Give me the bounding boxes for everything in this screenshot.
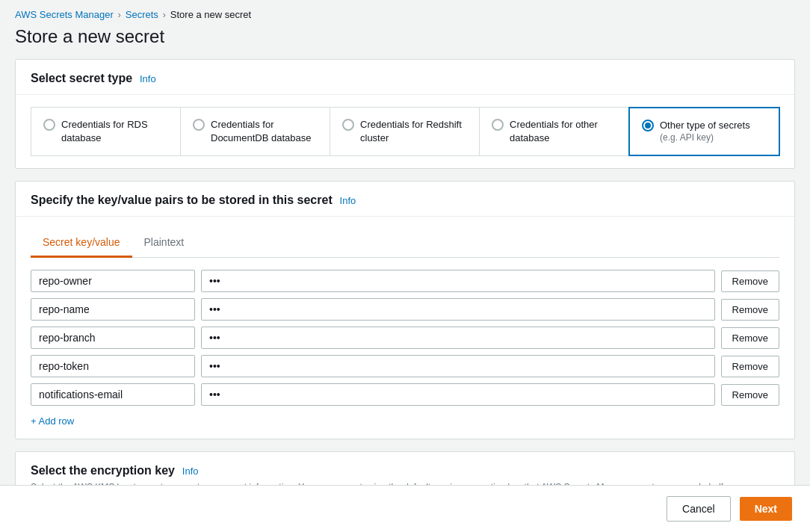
secret-type-section: Select secret type Info Credentials for … — [15, 59, 795, 169]
option-redshift[interactable]: Credentials for Redshift cluster — [330, 107, 480, 156]
option-rds[interactable]: Credentials for RDS database — [31, 107, 181, 156]
kv-value-3[interactable] — [201, 327, 715, 349]
radio-other-type — [642, 120, 654, 132]
table-row: Remove — [31, 270, 779, 292]
option-other-type-text: Other type of secrets (e.g. API key) — [660, 119, 750, 143]
breadcrumb-separator-2: › — [163, 10, 166, 20]
secret-type-info-link[interactable]: Info — [140, 73, 156, 84]
table-row: Remove — [31, 327, 779, 349]
radio-rds — [43, 119, 55, 131]
kv-info-link[interactable]: Info — [340, 195, 356, 206]
kv-value-4[interactable] — [201, 355, 715, 377]
option-rds-label: Credentials for RDS database — [61, 118, 168, 145]
kv-key-5[interactable] — [31, 383, 195, 406]
kv-value-2[interactable] — [201, 298, 715, 321]
kv-content: Secret key/value Plaintext Remove Remove — [16, 217, 794, 439]
next-button[interactable]: Next — [740, 497, 792, 521]
kv-key-2[interactable] — [31, 298, 195, 321]
encryption-info-link[interactable]: Info — [182, 466, 199, 477]
secret-type-header: Select secret type Info — [16, 60, 794, 95]
breadcrumb-separator-1: › — [118, 10, 121, 20]
option-documentdb-label: Credentials for DocumentDB database — [211, 118, 318, 145]
encryption-header: Select the encryption key Info — [31, 464, 779, 477]
breadcrumb-item-secrets[interactable]: Secrets — [126, 9, 158, 20]
option-other-type[interactable]: Other type of secrets (e.g. API key) — [628, 107, 780, 156]
encryption-label: Select the encryption key — [31, 464, 175, 477]
page-title: Store a new secret — [0, 26, 810, 59]
tab-secret-kv[interactable]: Secret key/value — [31, 229, 132, 258]
add-row-button[interactable]: + Add row — [31, 415, 74, 427]
kv-key-4[interactable] — [31, 355, 195, 377]
breadcrumb: AWS Secrets Manager › Secrets › Store a … — [0, 0, 810, 26]
kv-key-1[interactable] — [31, 270, 195, 292]
option-other-db-label: Credentials for other database — [510, 118, 616, 145]
remove-button-4[interactable]: Remove — [721, 356, 779, 377]
cancel-button[interactable]: Cancel — [667, 496, 731, 522]
option-other-db[interactable]: Credentials for other database — [479, 107, 629, 156]
kv-value-5[interactable] — [201, 383, 715, 406]
radio-redshift — [342, 119, 354, 131]
radio-other-db — [492, 119, 504, 131]
remove-button-1[interactable]: Remove — [721, 270, 779, 292]
option-documentdb[interactable]: Credentials for DocumentDB database — [180, 107, 330, 156]
remove-button-3[interactable]: Remove — [721, 327, 779, 349]
kv-tabs: Secret key/value Plaintext — [31, 229, 779, 258]
table-row: Remove — [31, 355, 779, 377]
option-redshift-label: Credentials for Redshift cluster — [360, 118, 467, 145]
kv-value-1[interactable] — [201, 270, 715, 292]
secret-type-label: Select secret type — [31, 72, 132, 84]
option-other-type-label: Other type of secrets — [660, 119, 750, 132]
kv-rows: Remove Remove Remove Remove — [31, 270, 779, 406]
kv-section: Specify the key/value pairs to be stored… — [15, 181, 795, 439]
kv-header: Specify the key/value pairs to be stored… — [16, 182, 794, 217]
secret-type-options: Credentials for RDS database Credentials… — [16, 95, 794, 168]
kv-key-3[interactable] — [31, 327, 195, 349]
breadcrumb-current: Store a new secret — [170, 9, 251, 20]
remove-button-2[interactable]: Remove — [721, 299, 779, 321]
radio-documentdb — [193, 119, 205, 131]
kv-section-label: Specify the key/value pairs to be stored… — [31, 194, 333, 206]
tab-plaintext[interactable]: Plaintext — [132, 229, 197, 258]
table-row: Remove — [31, 383, 779, 406]
breadcrumb-item-secrets-manager[interactable]: AWS Secrets Manager — [15, 9, 114, 20]
option-other-type-sublabel: (e.g. API key) — [660, 132, 750, 143]
remove-button-5[interactable]: Remove — [721, 384, 779, 406]
footer-bar: Cancel Next — [0, 485, 810, 532]
table-row: Remove — [31, 298, 779, 321]
